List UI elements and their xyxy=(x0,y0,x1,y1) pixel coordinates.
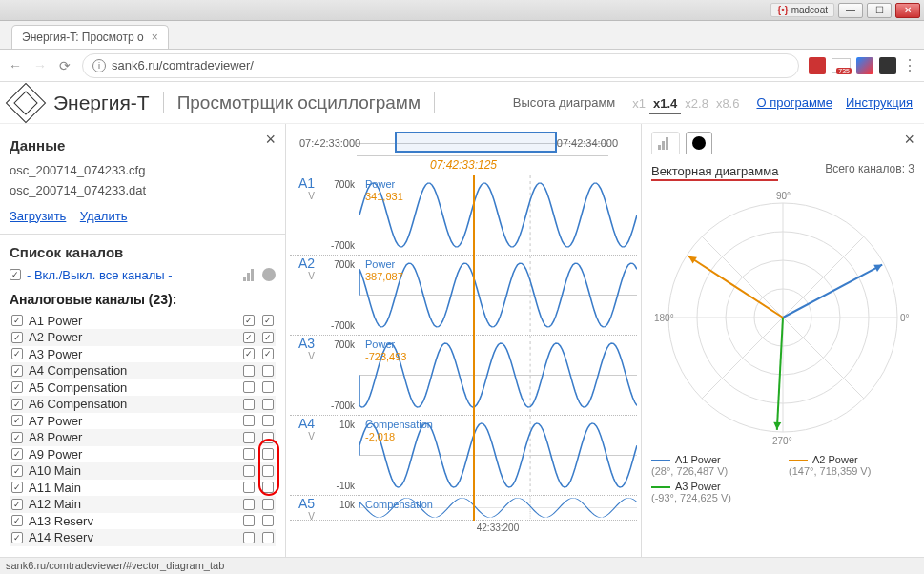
channel-bar-checkbox[interactable] xyxy=(243,315,255,326)
overview-timeline[interactable]: 07:42:33:000 07:42:34:000 xyxy=(357,130,608,156)
toggle-all-checkbox[interactable] xyxy=(10,269,21,280)
tab-close-icon[interactable]: × xyxy=(152,31,158,44)
channel-visible-checkbox[interactable] xyxy=(11,381,23,393)
channel-vector-checkbox[interactable] xyxy=(262,348,274,359)
waveform-plot[interactable]: Power 341,931 xyxy=(359,175,637,255)
forward-icon[interactable]: → xyxy=(32,58,48,73)
waveform-plot[interactable]: Power 387,087 xyxy=(359,256,637,335)
zoom-option[interactable]: x1 xyxy=(628,94,649,113)
close-icon[interactable]: × xyxy=(904,130,914,150)
waveform-plot[interactable]: Compensation xyxy=(359,496,637,520)
channel-row[interactable]: A9 Power xyxy=(10,446,276,463)
channel-visible-checkbox[interactable] xyxy=(11,532,23,543)
load-link[interactable]: Загрузить xyxy=(10,209,66,223)
channel-vector-checkbox[interactable] xyxy=(262,515,274,526)
channel-row[interactable]: A6 Compensation xyxy=(10,396,276,413)
channel-vector-checkbox[interactable] xyxy=(262,399,274,410)
channel-row[interactable]: A12 Main xyxy=(10,496,276,513)
channel-vector-checkbox[interactable] xyxy=(262,415,274,426)
channel-visible-checkbox[interactable] xyxy=(11,448,23,460)
zoom-option[interactable]: x1.4 xyxy=(649,94,681,114)
pie-chart-icon[interactable] xyxy=(262,268,276,281)
channel-row[interactable]: A7 Power xyxy=(10,413,276,430)
channel-vector-checkbox[interactable] xyxy=(262,499,274,510)
channel-row[interactable]: A5 Compensation xyxy=(10,379,276,397)
channel-row[interactable]: A13 Reserv xyxy=(10,513,276,530)
channel-bar-checkbox[interactable] xyxy=(243,365,255,377)
waveform-plot[interactable]: Compensation -2,018 xyxy=(359,416,637,495)
channel-vector-checkbox[interactable] xyxy=(262,482,274,493)
extension-icon[interactable] xyxy=(879,57,896,74)
channel-visible-checkbox[interactable] xyxy=(11,482,23,493)
zoom-option[interactable]: x2.8 xyxy=(681,94,712,113)
channel-bar-checkbox[interactable] xyxy=(243,448,255,460)
channel-visible-checkbox[interactable] xyxy=(11,465,23,477)
channel-vector-checkbox[interactable] xyxy=(262,381,274,393)
overview-selection[interactable] xyxy=(395,132,557,153)
channel-vector-checkbox[interactable] xyxy=(262,448,274,460)
extension-icon[interactable] xyxy=(809,57,826,74)
channel-bar-checkbox[interactable] xyxy=(243,532,255,543)
channel-row[interactable]: A3 Power xyxy=(10,346,276,363)
channel-visible-checkbox[interactable] xyxy=(11,365,23,377)
cursor-line[interactable] xyxy=(473,175,475,521)
channel-vector-checkbox[interactable] xyxy=(262,365,274,377)
channel-bar-checkbox[interactable] xyxy=(243,348,255,359)
channel-bar-checkbox[interactable] xyxy=(243,399,255,410)
browser-tab[interactable]: Энергия-T: Просмотр о × xyxy=(11,25,169,49)
y-min: -700k xyxy=(318,400,355,411)
channel-visible-checkbox[interactable] xyxy=(11,499,23,510)
channel-vector-checkbox[interactable] xyxy=(262,532,274,543)
channel-row[interactable]: A2 Power xyxy=(10,329,276,346)
channel-visible-checkbox[interactable] xyxy=(11,348,23,359)
channel-bar-checkbox[interactable] xyxy=(243,465,255,477)
channel-row[interactable]: A4 Compensation xyxy=(10,362,276,379)
site-info-icon[interactable]: i xyxy=(92,59,106,72)
channel-bar-checkbox[interactable] xyxy=(243,432,255,443)
waveform-plot[interactable]: Power -723,493 xyxy=(359,336,637,415)
channel-visible-checkbox[interactable] xyxy=(11,332,23,343)
channel-vector-checkbox[interactable] xyxy=(262,315,274,326)
extension-icon[interactable] xyxy=(856,57,873,74)
minimize-button[interactable]: ― xyxy=(838,3,863,18)
address-bar[interactable]: i sank6.ru/comtradeviewer/ xyxy=(82,53,799,78)
channel-visible-checkbox[interactable] xyxy=(11,515,23,526)
app-header: Энергия-T Просмотрщик осциллограмм Высот… xyxy=(0,82,924,124)
toggle-all-link[interactable]: - Вкл./Выкл. все каналы - xyxy=(27,268,173,282)
channel-bar-checkbox[interactable] xyxy=(243,482,255,493)
channel-bar-checkbox[interactable] xyxy=(243,415,255,426)
maximize-button[interactable]: ☐ xyxy=(867,3,892,18)
channel-row[interactable]: A10 Main xyxy=(10,462,276,480)
manual-link[interactable]: Инструкция xyxy=(846,95,913,110)
channel-bar-checkbox[interactable] xyxy=(243,515,255,526)
channel-bar-checkbox[interactable] xyxy=(243,499,255,510)
gmail-icon[interactable] xyxy=(832,58,851,73)
reload-icon[interactable]: ⟳ xyxy=(57,58,72,73)
channel-vector-checkbox[interactable] xyxy=(262,432,274,443)
channel-row[interactable]: A14 Reserv xyxy=(10,529,276,546)
y-max: 10k xyxy=(318,500,355,510)
channel-list: A1 PowerA2 PowerA3 PowerA4 CompensationA… xyxy=(10,313,276,546)
channel-visible-checkbox[interactable] xyxy=(11,415,23,426)
channel-bar-checkbox[interactable] xyxy=(243,381,255,393)
svg-line-22 xyxy=(777,318,783,430)
zoom-option[interactable]: x8.6 xyxy=(712,94,744,113)
channel-vector-checkbox[interactable] xyxy=(262,465,274,477)
channel-visible-checkbox[interactable] xyxy=(11,432,23,443)
channel-row[interactable]: A8 Power xyxy=(10,429,276,446)
channel-bar-checkbox[interactable] xyxy=(243,332,255,343)
channel-vector-checkbox[interactable] xyxy=(262,332,274,343)
tab-bar-chart[interactable] xyxy=(651,132,680,154)
channel-visible-checkbox[interactable] xyxy=(11,399,23,410)
channel-row[interactable]: A11 Main xyxy=(10,480,276,497)
delete-link[interactable]: Удалить xyxy=(80,209,128,223)
bar-chart-icon[interactable] xyxy=(243,268,258,281)
menu-icon[interactable]: ⋮ xyxy=(902,56,916,74)
tab-vector-diagram[interactable] xyxy=(686,132,712,154)
channel-visible-checkbox[interactable] xyxy=(11,315,23,326)
close-icon[interactable]: × xyxy=(265,130,276,150)
window-close-button[interactable]: ✕ xyxy=(895,3,920,18)
about-link[interactable]: О программе xyxy=(756,95,832,110)
channel-row[interactable]: A1 Power xyxy=(10,313,276,330)
back-icon[interactable]: ← xyxy=(8,58,23,73)
